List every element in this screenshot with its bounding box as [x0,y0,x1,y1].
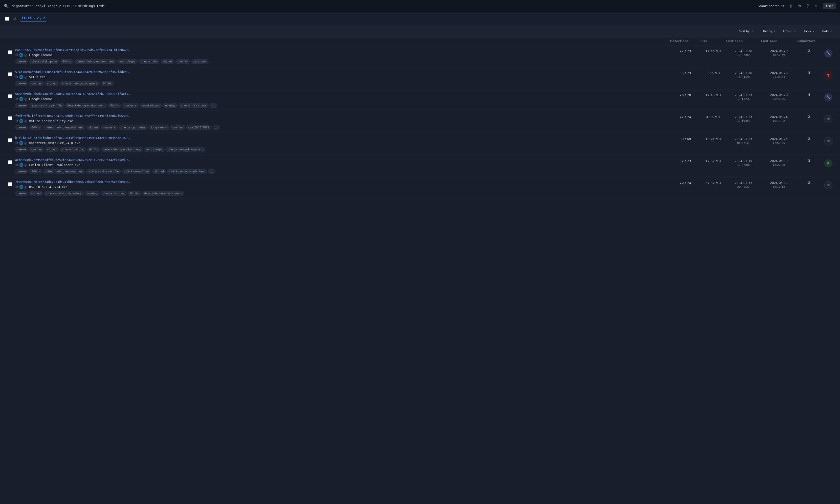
file-tags: peexeexecutes-dropped-filedetect-debug-e… [15,103,670,108]
table-row[interactable]: 5685ab9d495bcb14407dd23a83790a76ed1a149c… [0,89,840,111]
user-menu[interactable]: User [823,3,836,9]
size-cell: 13.91 MB [700,136,726,141]
file-hash: 5685ab9d495bcb14407dd23a83790a76ed1a149c… [15,92,670,96]
avatar-cell: EXE [822,114,835,123]
table-row[interactable]: e45802322835286cfe3993fe8e49a793acd70575… [0,45,840,67]
last-seen-time-val: 18:47:49 [772,53,785,57]
submitter-count: 2 [808,49,810,53]
file-tag: detect-debug-environment [43,125,85,130]
file-globe-icon: 🌐 [19,163,23,167]
file-tags: peexeoverlaysignedchecks-usb-bus64bitsde… [15,147,670,152]
row-checkbox-cell [5,158,15,164]
avatar: T [824,71,833,79]
tools-arrow: ▼ [812,30,815,33]
sort-by-button[interactable]: Sort by ▼ [737,28,756,35]
file-name: Google Chrome [29,53,53,57]
upload-icon[interactable]: ⬆ [789,3,793,8]
detections-value: 38 / 69 [679,137,691,141]
filter-by-button[interactable]: Filter by ▼ [758,28,778,35]
table-row[interactable]: 7c0469e049eb1eee34dc7053d5241bbceb6e0773… [0,177,840,199]
file-tag: checks-network-adapters [167,169,207,174]
file-name: NSCP-0.5.2.41-x64.exe [29,185,68,189]
detections-value: 29 / 74 [679,181,691,185]
file-tag: malware [122,103,139,108]
file-info: f9df69fb1fbf7c4e638a732473258bde0d5369cb… [15,114,670,130]
table-row[interactable]: acba553d42b295ea8dfdc96250fe2448b9864750… [0,155,840,177]
first-seen-date: 2024-05-15 17:47:08 [735,159,752,166]
file-type-icon: ⚙ [15,75,18,79]
file-tag: 64bits [29,169,42,174]
file-globe-icon: 🌐 [19,141,23,145]
file-tag: signed [161,59,175,64]
table-row[interactable]: b1f0fa14f873735fbd0c6bf7ac29633f059a95d5… [0,133,840,155]
file-tag: overlay [29,81,44,86]
file-name: Google Chrome [29,97,53,101]
file-tag: signed [29,191,43,196]
size-value: 12.45 MB [705,93,721,97]
file-loc-icon: ◎ [24,141,27,145]
first-seen-cell: 2024-05-15 17:47:08 [726,158,761,166]
last-seen-cell: 2024-05-28 06:48:36 [761,92,797,101]
first-seen-time-val: 19:07:09 [737,53,749,57]
row-checkbox[interactable] [8,160,12,164]
avatar: 🔧 [824,49,833,57]
files-tab[interactable]: FILES - 7 / 7 [20,16,46,21]
smart-search-toggle[interactable]: Smart search ⚙ [758,4,784,8]
file-name: Setup.exe [29,75,46,79]
row-checkbox[interactable] [8,50,12,54]
row-checkbox[interactable] [8,116,12,120]
file-icons: ⚙ 🌐 ◎ [15,119,27,123]
search-input[interactable] [12,4,755,8]
file-hash: acba553d42b295ea8dfdc96250fe2448b9864750… [15,158,670,162]
flag-icon[interactable]: ⚑ [798,3,802,8]
file-name-row: ⚙ 🌐 ◎ Fusion Client Downloader.exe [15,163,670,167]
file-name-row: ⚙ 🌐 ◎ MobaXterm_installer_24.0.exe [15,141,670,145]
size-value: 17.07 MB [705,159,721,163]
avatar-cell: 🔧 [822,92,835,101]
file-tag: overlay [29,147,44,152]
file-hash: 7c0469e049eb1eee34dc7053d5241bbceb6e0773… [15,180,670,184]
row-checkbox[interactable] [8,94,12,98]
theme-icon[interactable]: ☀ [814,3,818,8]
first-seen-date-val: 2024-05-15 [735,159,752,163]
file-hash: b1f0fa14f873735fbd0c6bf7ac29633f059a95d5… [15,136,670,140]
file-loc-icon: ◎ [24,53,27,57]
file-hash: f9df69fb1fbf7c4e638a732473258bde0d5369cb… [15,114,670,118]
row-checkbox-cell [5,48,15,54]
first-seen-date-val: 2024-05-23 [735,93,752,97]
last-seen-date-val: 2024-05-23 [770,137,788,141]
first-seen-date: 2024-05-23 17:19:03 [735,115,752,123]
file-tag: long-sleeps [144,147,165,152]
first-seen-cell: 2024-05-17 20:45:31 [726,180,761,188]
submitters-cell: 2 [797,114,822,119]
last-seen-date-val: 2024-05-24 [770,115,788,119]
top-navigation: 🔍 Smart search ⚙ ⬆ ⚑ ? ☀ User [0,0,840,12]
table-row[interactable]: f9df69fb1fbf7c4e638a732473258bde0d5369cb… [0,111,840,133]
table-row[interactable]: 574c70e84ecdad901385a1ebf38f2ee74c446034… [0,67,840,89]
avatar-cell: 🔧 [822,48,835,57]
export-button[interactable]: Export ▼ [781,28,799,35]
file-tag: 64bits [87,147,100,152]
help-button[interactable]: Help ▼ [819,28,835,35]
file-tag: overlay [163,103,178,108]
row-checkbox[interactable] [8,72,12,76]
last-seen-date-val: 2024-05-29 [770,49,788,53]
help-icon[interactable]: ? [807,3,809,8]
export-arrow: ▼ [794,30,796,33]
row-checkbox[interactable] [8,182,12,186]
refresh-icon[interactable]: ⇄ [13,16,16,21]
row-checkbox[interactable] [8,138,12,142]
last-seen-date: 2024-05-23 17:59:00 [770,137,788,145]
last-seen-cell: 2024-05-28 21:36:53 [761,70,797,78]
select-all-checkbox[interactable] [5,17,9,21]
file-tag: checks-disk-space [29,59,59,64]
row-checkbox-cell [5,114,15,120]
tools-button[interactable]: Tools ▼ [801,28,817,35]
file-tag: executes-dropped-file [86,169,121,174]
file-globe-icon: 🌐 [19,119,23,123]
filter-by-arrow: ▼ [773,30,776,33]
first-seen-header: First seen [726,39,761,43]
first-seen-time-val: 17:19:03 [737,119,749,123]
file-icons: ⚙ 🌐 ◎ [15,141,27,145]
file-tag: 64bits [128,191,141,196]
